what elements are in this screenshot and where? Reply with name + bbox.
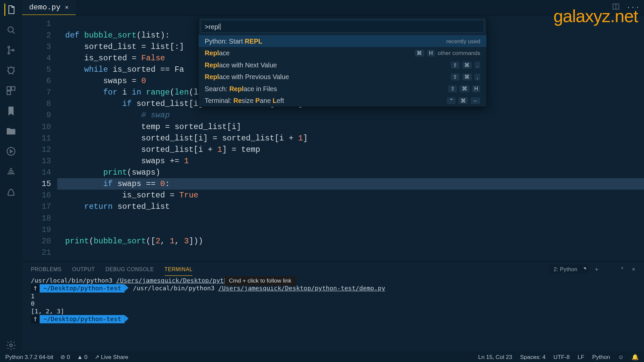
chevron-up-icon[interactable]: ＾ <box>620 265 625 273</box>
command-palette-input[interactable]: >repl <box>201 20 484 33</box>
palette-item[interactable]: Replace with Previous Value⇧⌘, <box>199 71 486 82</box>
svg-point-8 <box>7 147 15 156</box>
palette-item[interactable]: Search: Replace in Files⇧⌘H <box>199 83 486 95</box>
svg-rect-7 <box>7 91 11 95</box>
status-item[interactable]: Ln 15, Col 23 <box>478 354 512 360</box>
terminal-output[interactable]: Cmd + click to follow link /usr/local/bi… <box>22 276 644 351</box>
status-item[interactable]: LF <box>578 354 584 360</box>
copilot-icon[interactable] <box>5 186 17 198</box>
palette-item[interactable]: Replace⌘Hother commands <box>199 47 486 59</box>
panel-tabs: PROBLEMSOUTPUTDEBUG CONSOLETERMINAL2: Py… <box>22 262 644 276</box>
palette-item[interactable]: Replace with Next Value⇧⌘. <box>199 59 486 71</box>
link-tooltip: Cmd + click to follow link <box>224 276 296 286</box>
debug-icon[interactable] <box>5 64 17 77</box>
svg-point-2 <box>8 52 10 54</box>
bottom-panel: PROBLEMSOUTPUTDEBUG CONSOLETERMINAL2: Py… <box>22 261 644 352</box>
svg-point-4 <box>8 67 14 73</box>
status-bar: Python 3.7.2 64-bit⊘ 0▲ 0↗ Live Share Ln… <box>0 352 644 362</box>
new-terminal-icon[interactable]: + <box>595 266 598 272</box>
status-item[interactable]: UTF-8 <box>553 354 570 360</box>
svg-point-3 <box>12 49 14 51</box>
command-palette: >repl Python: Start REPLrecently usedRep… <box>198 17 487 107</box>
close-icon[interactable]: × <box>65 4 68 11</box>
status-item[interactable]: ↗ Live Share <box>95 354 128 360</box>
panel-tab[interactable]: DEBUG CONSOLE <box>106 266 154 272</box>
palette-item[interactable]: Terminal: Resize Pane Left⌃⌘← <box>199 95 486 106</box>
panel-tab[interactable]: PROBLEMS <box>31 266 62 272</box>
panel-tab[interactable]: TERMINAL <box>164 266 193 276</box>
svg-rect-5 <box>7 87 11 90</box>
status-item[interactable]: 🔔 <box>632 354 639 360</box>
svg-point-1 <box>8 46 10 48</box>
watermark: galaxyz.net <box>553 6 638 26</box>
svg-point-9 <box>10 344 12 347</box>
bookmark-icon[interactable] <box>5 105 17 117</box>
folder-icon[interactable] <box>5 125 17 137</box>
tab-filename: demo.py <box>29 3 61 11</box>
status-item[interactable]: ⊘ 0 <box>60 354 70 360</box>
stack-icon[interactable] <box>5 166 17 178</box>
search-icon[interactable] <box>5 24 17 36</box>
panel-tab[interactable]: OUTPUT <box>72 266 95 272</box>
close-panel-icon[interactable]: × <box>632 266 635 272</box>
status-item[interactable]: Python 3.7.2 64-bit <box>5 354 53 360</box>
svg-rect-6 <box>11 87 15 90</box>
extensions-icon[interactable] <box>5 84 17 97</box>
status-item[interactable]: Spaces: 4 <box>520 354 546 360</box>
status-item[interactable]: ▲ 0 <box>77 354 88 360</box>
status-item[interactable]: ☺ <box>618 354 624 360</box>
explorer-icon[interactable] <box>4 4 17 16</box>
terminal-selector[interactable]: 2: Python <box>550 264 588 273</box>
live-icon[interactable] <box>5 145 17 158</box>
scm-icon[interactable] <box>5 44 17 56</box>
status-item[interactable]: Python <box>592 354 610 360</box>
cursor-icon <box>220 23 220 30</box>
palette-item[interactable]: Python: Start REPLrecently used <box>199 35 486 47</box>
gear-icon[interactable] <box>5 339 17 352</box>
line-numbers: 123456789101112131415161718192021 <box>22 15 57 261</box>
activity-bar <box>0 0 22 352</box>
svg-point-0 <box>8 27 13 32</box>
tab-demo-py[interactable]: demo.py × <box>22 0 76 15</box>
